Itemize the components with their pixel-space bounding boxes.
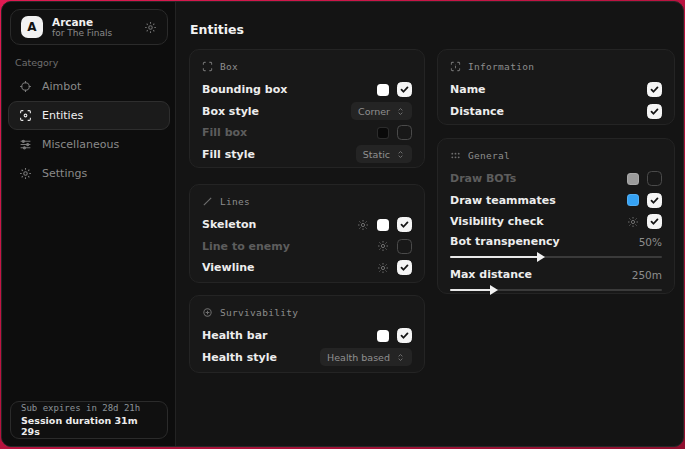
setting-row-health-bar: Health bar	[202, 325, 412, 347]
setting-label: Viewline	[202, 261, 377, 274]
chevrons-up-down-icon	[396, 353, 405, 362]
dropdown-value: Corner	[358, 106, 390, 117]
page-title: Entities	[190, 22, 244, 37]
sidebar-item-label: Miscellaneous	[42, 138, 119, 151]
setting-row-fill-style: Fill style Static	[202, 144, 412, 166]
checkbox-unchecked[interactable]	[397, 239, 412, 254]
app-meta: Arcane for The Finals	[52, 16, 135, 38]
slider-thumb[interactable]	[490, 285, 498, 295]
app-logo: A	[21, 16, 43, 38]
card-lines-header: Lines	[202, 194, 412, 209]
checkbox-unchecked[interactable]	[397, 125, 412, 140]
fill-style-dropdown[interactable]: Static	[356, 145, 412, 163]
sidebar-nav: Aimbot Entities	[8, 72, 170, 188]
gear-icon[interactable]	[357, 219, 369, 231]
color-swatch[interactable]	[377, 330, 389, 342]
checkbox-checked[interactable]	[647, 82, 662, 97]
color-swatch[interactable]	[627, 173, 639, 185]
card-title: Lines	[220, 196, 250, 207]
checkbox-checked[interactable]	[647, 214, 662, 229]
setting-label: Bot transpenency	[450, 235, 639, 248]
chevrons-up-down-icon	[396, 107, 405, 116]
slider-fill	[450, 289, 492, 291]
box-style-dropdown[interactable]: Corner	[351, 102, 412, 120]
max-distance-slider[interactable]	[450, 286, 662, 294]
card-box: Box Bounding box Box style Corner	[189, 49, 425, 168]
category-label: Category	[15, 57, 58, 68]
checkbox-checked[interactable]	[397, 328, 412, 343]
card-title: General	[468, 150, 510, 161]
session-duration-text: Session duration 31m 29s	[21, 415, 157, 437]
card-title: Box	[220, 61, 238, 72]
card-title: Information	[468, 61, 534, 72]
grid-dots-icon	[450, 150, 461, 161]
card-lines: Lines Skeleton Line to enemy	[189, 184, 425, 283]
checkbox-checked[interactable]	[397, 217, 412, 232]
bot-transparency-slider[interactable]	[450, 253, 662, 261]
info-scan-icon	[450, 61, 461, 72]
slider-thumb[interactable]	[537, 252, 545, 262]
slider-value: 250m	[632, 269, 662, 281]
sidebar-item-label: Aimbot	[42, 80, 81, 93]
setting-label: Skeleton	[202, 218, 357, 231]
card-title: Survivability	[220, 307, 298, 318]
color-swatch[interactable]	[377, 219, 389, 231]
setting-label: Box style	[202, 105, 351, 118]
slider-value: 50%	[639, 236, 662, 248]
gear-icon[interactable]	[377, 262, 389, 274]
dropdown-value: Health based	[327, 352, 390, 363]
diagonal-line-icon	[202, 196, 213, 207]
sidebar-item-miscellaneous[interactable]: Miscellaneous	[8, 130, 170, 159]
card-survivability-header: Survivability	[202, 305, 412, 320]
color-swatch[interactable]	[377, 84, 389, 96]
max-distance-control: Max distance 250m	[450, 267, 662, 294]
checkbox-checked[interactable]	[647, 193, 662, 208]
card-survivability: Survivability Health bar Health style He…	[189, 295, 425, 373]
setting-row-viewline: Viewline	[202, 257, 412, 279]
setting-row-distance: Distance	[450, 101, 662, 123]
sidebar-item-settings[interactable]: Settings	[8, 159, 170, 188]
checkbox-checked[interactable]	[647, 104, 662, 119]
app-header-card: A Arcane for The Finals	[10, 9, 168, 45]
heart-pulse-icon	[202, 307, 213, 318]
app-window: A Arcane for The Finals Category	[1, 1, 684, 447]
checkbox-checked[interactable]	[397, 260, 412, 275]
card-information: Information Name Distance	[437, 49, 675, 125]
setting-label: Health bar	[202, 329, 377, 342]
sidebar-item-entities[interactable]: Entities	[8, 101, 170, 130]
sidebar-item-aimbot[interactable]: Aimbot	[8, 72, 170, 101]
setting-label: Health style	[202, 351, 320, 364]
checkbox-checked[interactable]	[397, 82, 412, 97]
chevrons-up-down-icon	[396, 150, 405, 159]
gear-icon[interactable]	[377, 240, 389, 252]
setting-row-skeleton: Skeleton	[202, 214, 412, 236]
gear-icon	[19, 167, 32, 180]
setting-label: Max distance	[450, 268, 632, 281]
setting-label: Bounding box	[202, 83, 377, 96]
gear-icon[interactable]	[627, 216, 639, 228]
sub-expiry-text: Sub expires in 28d 21h	[21, 403, 157, 413]
setting-row-health-style: Health style Health based	[202, 347, 412, 369]
setting-label: Distance	[450, 105, 647, 118]
setting-row-fill-box: Fill box	[202, 122, 412, 144]
setting-row-box-style: Box style Corner	[202, 101, 412, 123]
crosshair-icon	[19, 80, 32, 93]
setting-label: Line to enemy	[202, 240, 377, 253]
setting-label: Visibility check	[450, 215, 627, 228]
sliders-icon	[19, 138, 32, 151]
setting-row-line-to-enemy: Line to enemy	[202, 236, 412, 258]
sidebar-item-label: Settings	[42, 167, 87, 180]
dropdown-value: Static	[363, 149, 390, 160]
app-subtitle: for The Finals	[52, 28, 135, 38]
setting-label: Fill box	[202, 126, 377, 139]
bot-transparency-control: Bot transpenency 50%	[450, 234, 662, 261]
setting-label: Fill style	[202, 148, 356, 161]
color-swatch[interactable]	[627, 194, 639, 206]
color-swatch[interactable]	[377, 127, 389, 139]
setting-row-name: Name	[450, 79, 662, 101]
bounding-box-icon	[202, 61, 213, 72]
checkbox-unchecked[interactable]	[647, 171, 662, 186]
health-style-dropdown[interactable]: Health based	[320, 348, 412, 366]
setting-label: Draw teammates	[450, 194, 627, 207]
gear-icon[interactable]	[144, 21, 157, 34]
